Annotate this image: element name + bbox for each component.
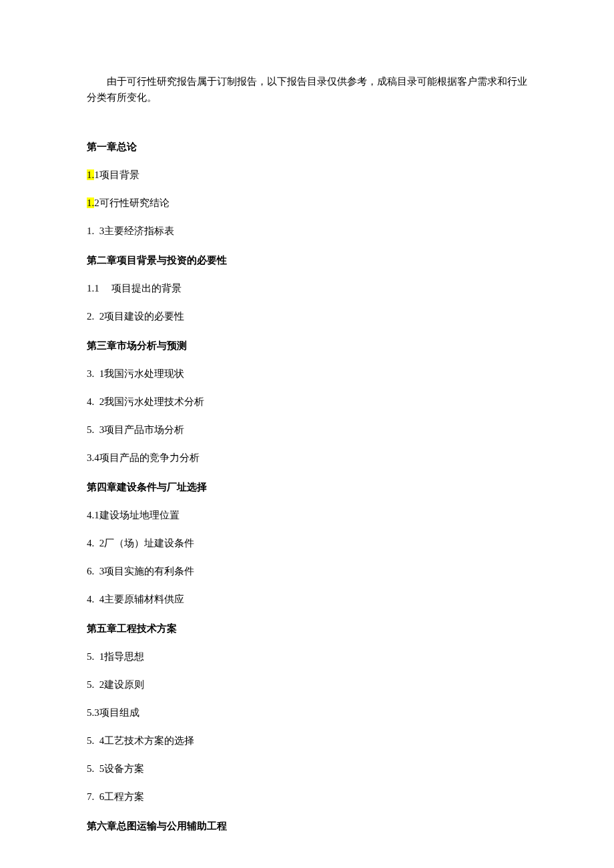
item-number: 2 xyxy=(94,197,99,208)
chapter-heading: 第四章建设条件与厂址选择 xyxy=(87,479,527,495)
item-text: 指导思想 xyxy=(104,651,144,662)
item-prefix: 5. xyxy=(87,424,94,435)
toc-item: 3.1我国污水处理现状 xyxy=(87,366,527,382)
item-text: 项目实施的有利条件 xyxy=(104,566,194,576)
item-text: 项目建设的必要性 xyxy=(104,311,184,322)
toc-item: 3.4项目产品的竞争力分析 xyxy=(87,450,527,466)
item-text: 项目产品市场分析 xyxy=(104,424,184,435)
item-prefix: 5.3 xyxy=(87,707,99,718)
item-number: 1 xyxy=(94,169,99,180)
toc-item: 1.1项目背景 xyxy=(87,167,527,183)
item-text: 工程方案 xyxy=(104,791,144,802)
item-text: 设备方案 xyxy=(104,763,144,774)
item-prefix: 7. xyxy=(87,791,94,802)
item-text: 项目产品的竞争力分析 xyxy=(99,452,200,463)
chapter-heading: 第六章总图运输与公用辅助工程 xyxy=(87,818,527,834)
item-prefix: 4. xyxy=(87,594,94,604)
item-text: 我国污水处理技术分析 xyxy=(104,396,204,407)
highlight-prefix: 1. xyxy=(87,197,94,208)
item-prefix: 1.1 xyxy=(87,283,99,294)
chapter-heading: 第一章总论 xyxy=(87,139,527,155)
item-prefix: 2. xyxy=(87,311,94,322)
item-prefix: 4. xyxy=(87,396,94,407)
item-prefix: 3.4 xyxy=(87,452,99,463)
toc-item: 5.2建设原则 xyxy=(87,677,527,693)
item-prefix: 1. xyxy=(87,226,94,236)
toc-item: 4.1建设场址地理位置 xyxy=(87,507,527,523)
item-text: 建设场址地理位置 xyxy=(99,510,180,520)
toc-item: 1.1项目提出的背景 xyxy=(87,280,527,296)
item-text: 项目背景 xyxy=(99,169,139,180)
item-text: 工艺技术方案的选择 xyxy=(104,735,194,746)
toc-item: 7.6工程方案 xyxy=(87,789,527,805)
item-prefix: 5. xyxy=(87,735,94,746)
item-text: 我国污水处理现状 xyxy=(104,368,184,379)
item-text: 建设原则 xyxy=(104,679,144,690)
chapter-heading: 第五章工程技术方案 xyxy=(87,620,527,636)
item-prefix: 3. xyxy=(87,368,94,379)
toc-item: 1.3主要经济指标表 xyxy=(87,223,527,239)
intro-paragraph: 由于可行性研究报告属于订制报告，以下报告目录仅供参考，成稿目录可能根据客户需求和… xyxy=(87,73,527,105)
chapter-heading: 第二章项目背景与投资的必要性 xyxy=(87,252,527,268)
item-prefix: 4. xyxy=(87,538,94,548)
toc-item: 5.3项目组成 xyxy=(87,705,527,721)
toc-item: 4.2厂（场）址建设条件 xyxy=(87,535,527,551)
toc-item: 1.2可行性研究结论 xyxy=(87,195,527,211)
item-text: 项目组成 xyxy=(99,707,139,718)
item-prefix: 5. xyxy=(87,679,94,690)
item-text: 厂（场）址建设条件 xyxy=(104,538,194,548)
toc-item: 5.5设备方案 xyxy=(87,761,527,777)
toc-item: 4.4主要原辅材料供应 xyxy=(87,591,527,607)
toc-content: 第一章总论1.1项目背景1.2可行性研究结论1.3主要经济指标表第二章项目背景与… xyxy=(87,139,527,834)
toc-item: 5.1指导思想 xyxy=(87,648,527,665)
chapter-heading: 第三章市场分析与预测 xyxy=(87,338,527,354)
item-text: 主要原辅材料供应 xyxy=(104,594,184,604)
item-text: 可行性研究结论 xyxy=(99,197,170,208)
item-prefix: 5. xyxy=(87,651,94,662)
toc-item: 6.3项目实施的有利条件 xyxy=(87,563,527,579)
toc-item: 2.2项目建设的必要性 xyxy=(87,308,527,324)
highlight-prefix: 1. xyxy=(87,169,94,180)
item-prefix: 4.1 xyxy=(87,510,99,520)
item-prefix: 6. xyxy=(87,566,94,576)
item-text: 主要经济指标表 xyxy=(104,226,174,236)
item-prefix: 5. xyxy=(87,763,94,774)
toc-item: 5.4工艺技术方案的选择 xyxy=(87,733,527,749)
toc-item: 4.2我国污水处理技术分析 xyxy=(87,394,527,410)
toc-item: 5.3项目产品市场分析 xyxy=(87,422,527,438)
item-text: 项目提出的背景 xyxy=(111,283,182,294)
